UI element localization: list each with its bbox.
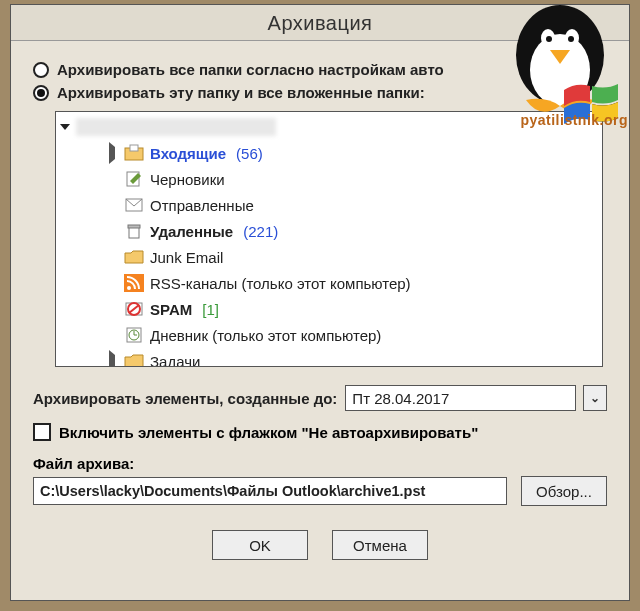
folder-icon [124,352,144,367]
item-count: [1] [202,301,219,318]
svg-rect-7 [128,225,140,228]
svg-point-21 [546,36,552,42]
date-dropdown-button[interactable]: ⌄ [583,385,607,411]
include-flagged-row[interactable]: Включить элементы с флажком "Не автоархи… [33,423,607,441]
radio-icon [33,85,49,101]
tree-item-label: Черновики [150,171,225,188]
tree-item[interactable]: Дневник (только этот компьютер) [106,322,596,348]
checkbox-icon [33,423,51,441]
expander-icon[interactable] [60,124,70,130]
expander-icon[interactable] [106,355,118,367]
svg-rect-6 [129,227,139,238]
svg-point-9 [127,286,131,290]
archive-file-row: C:\Users\lacky\Documents\Файлы Outlook\a… [33,476,607,506]
tree-item-label: Дневник (только этот компьютер) [150,327,381,344]
inbox-icon [124,144,144,162]
date-row: Архивировать элементы, созданные до: Пт … [33,385,607,411]
account-name-blurred [76,118,276,136]
date-field[interactable]: Пт 28.04.2017 [345,385,576,411]
cancel-button[interactable]: Отмена [332,530,428,560]
tree-item-label: RSS-каналы (только этот компьютер) [150,275,411,292]
archive-file-value: C:\Users\lacky\Documents\Файлы Outlook\a… [40,483,425,499]
folder-tree[interactable]: Входящие(56)ЧерновикиОтправленныеУдаленн… [55,111,603,367]
svg-rect-3 [130,145,138,151]
tree-item[interactable]: SPAM[1] [106,296,596,322]
watermark-text: pyatilistnik.org [520,112,628,128]
item-count: (221) [243,223,278,240]
expander-icon[interactable] [106,147,118,159]
radio-icon [33,62,49,78]
tree-item[interactable]: Задачи [106,348,596,367]
tree-item[interactable]: Удаленные(221) [106,218,596,244]
chevron-down-icon: ⌄ [590,391,600,405]
tree-item[interactable]: Junk Email [106,244,596,270]
tree-item[interactable]: RSS-каналы (только этот компьютер) [106,270,596,296]
tree-item-label: SPAM [150,301,192,318]
browse-button[interactable]: Обзор... [521,476,607,506]
tree-item-label: Задачи [150,353,200,368]
spam-icon [124,300,144,318]
checkbox-label: Включить элементы с флажком "Не автоархи… [59,424,478,441]
tree-item-label: Junk Email [150,249,223,266]
archive-file-label: Файл архива: [33,455,607,472]
tree-item-label: Входящие [150,145,226,162]
item-count: (56) [236,145,263,162]
date-label: Архивировать элементы, созданные до: [33,390,337,407]
svg-point-22 [568,36,574,42]
date-value: Пт 28.04.2017 [352,390,449,407]
ok-button[interactable]: OK [212,530,308,560]
tree-item[interactable]: Входящие(56) [106,140,596,166]
folder-icon [124,248,144,266]
dialog-buttons: OK Отмена [33,530,607,560]
tree-item[interactable]: Отправленные [106,192,596,218]
radio-label: Архивировать эту папку и все вложенные п… [57,84,425,101]
archive-file-input[interactable]: C:\Users\lacky\Documents\Файлы Outlook\a… [33,477,507,505]
trash-icon [124,222,144,240]
draft-icon [124,170,144,188]
journal-icon [124,326,144,344]
sent-icon [124,196,144,214]
tree-item[interactable]: Черновики [106,166,596,192]
rss-icon [124,274,144,292]
tree-item-label: Удаленные [150,223,233,240]
tree-item-label: Отправленные [150,197,254,214]
radio-label: Архивировать все папки согласно настройк… [57,61,444,78]
